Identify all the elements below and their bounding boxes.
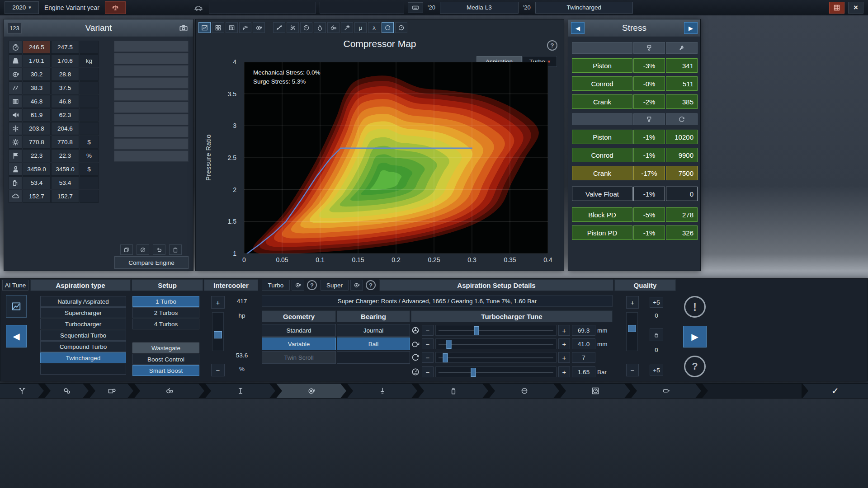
graph-view-button[interactable]	[6, 295, 27, 318]
tune-slider[interactable]	[435, 352, 557, 363]
tune-slider[interactable]	[435, 338, 557, 349]
help-circle-button[interactable]: ?	[684, 356, 706, 377]
nav-segment-valvetrain[interactable]	[347, 384, 417, 398]
geometry-variable[interactable]: Variable	[262, 338, 336, 350]
aspiration-type-turbocharger[interactable]: Turbocharger	[40, 319, 126, 329]
nav-segment-cam[interactable]	[134, 384, 204, 398]
undo-button[interactable]	[153, 244, 165, 255]
engine-year-dropdown[interactable]: 2020 ▾	[5, 1, 39, 14]
setup-count-4-turbos[interactable]: 4 Turbos	[132, 319, 199, 329]
gauge-tool-button[interactable]	[300, 22, 312, 33]
prev-arrow-button[interactable]: ◀	[571, 22, 585, 34]
name-field-1[interactable]	[209, 2, 316, 14]
aspiration-type-compound-turbo[interactable]: Compound Turbo	[40, 341, 126, 352]
variant-name-box[interactable]: Twincharged	[535, 2, 633, 14]
close-button[interactable]: ×	[848, 2, 863, 14]
boost-control-boost-control[interactable]: Boost Control	[132, 354, 199, 365]
nav-segment-fuel-system[interactable]	[489, 384, 559, 398]
boost-control-wastegate[interactable]: Wastegate	[132, 343, 199, 353]
back-button[interactable]: ◀	[6, 325, 27, 347]
slider-handle[interactable]	[471, 368, 476, 377]
rename-keyboard-button[interactable]	[408, 2, 423, 13]
scatter-tool-button[interactable]	[273, 22, 285, 33]
turbo-tool-button[interactable]	[253, 22, 265, 33]
next-arrow-button[interactable]: ▶	[684, 22, 698, 34]
intercooler-increase-button[interactable]: +	[211, 296, 225, 309]
tune-slider[interactable]	[435, 325, 557, 336]
quality-decrease-button[interactable]: −	[626, 364, 639, 376]
compare-engine-button[interactable]: Compare Engine	[114, 256, 189, 269]
slider-handle[interactable]	[443, 353, 448, 362]
slider-handle[interactable]	[628, 325, 636, 332]
tune-slider[interactable]	[435, 366, 557, 377]
grid-view-button[interactable]	[829, 2, 844, 14]
intercooler-decrease-button[interactable]: −	[211, 364, 225, 376]
copy-button[interactable]	[120, 244, 133, 255]
name-field-2[interactable]	[320, 2, 404, 14]
camera-icon[interactable]	[179, 23, 189, 33]
turbo-help-button[interactable]: ?	[307, 280, 317, 290]
tune-decrease-button[interactable]: −	[422, 366, 434, 377]
clear-button[interactable]	[137, 244, 149, 255]
nav-segment-dyno[interactable]	[560, 384, 630, 398]
geometry-standard[interactable]: Standard	[262, 324, 336, 337]
tab-turbo[interactable]: Turbo	[262, 280, 290, 291]
knock-tool-button[interactable]	[341, 22, 353, 33]
grid-view-tool-button[interactable]	[212, 22, 224, 33]
nav-segment-turbo[interactable]	[276, 384, 346, 398]
super-help-button[interactable]: ?	[366, 280, 376, 290]
ai-tune-button[interactable]: AI Tune	[2, 280, 28, 291]
tune-increase-button[interactable]: +	[558, 352, 570, 363]
quality-slider[interactable]	[626, 312, 638, 351]
tune-decrease-button[interactable]: −	[422, 325, 434, 336]
aspiration-type-naturally-aspirated[interactable]: Naturally Aspirated	[40, 296, 126, 307]
tab-super[interactable]: Super	[321, 280, 349, 291]
variant-id-badge[interactable]: 123	[7, 23, 22, 33]
tune-increase-button[interactable]: +	[558, 325, 570, 336]
intercooler-slider[interactable]	[212, 312, 224, 351]
lambda-tool-button[interactable]: λ	[368, 22, 380, 33]
tune-decrease-button[interactable]: −	[422, 338, 434, 349]
geometry-twin-scroll[interactable]: Twin Scroll	[262, 351, 336, 364]
nav-segment-fuel[interactable]	[418, 384, 488, 398]
family-name-box[interactable]: Media L3	[440, 2, 519, 14]
nav-segment-aspiration[interactable]	[90, 384, 133, 398]
boost-tool-button[interactable]	[395, 22, 407, 33]
turbo-tab-icon-button[interactable]	[292, 280, 304, 291]
quality-increase-button[interactable]: +	[626, 296, 639, 309]
aspiration-type-supercharger[interactable]: Supercharger	[40, 307, 126, 318]
paste-button[interactable]	[169, 244, 182, 255]
slider-handle[interactable]	[446, 340, 451, 349]
quality-lock-button[interactable]	[650, 328, 663, 341]
bearing-journal[interactable]: Journal	[337, 324, 410, 337]
boost-control-smart-boost[interactable]: Smart Boost	[132, 365, 199, 376]
droplet-tool-button[interactable]	[314, 22, 326, 33]
area-chart-tool-button[interactable]	[198, 22, 211, 33]
manifold-tool-button[interactable]	[239, 22, 251, 33]
nav-segment-conrod[interactable]	[205, 384, 275, 398]
aspiration-type-sequential-turbo[interactable]: Sequential Turbo	[40, 330, 126, 341]
confirm-check-button[interactable]: ✓	[802, 384, 868, 398]
nav-segment-intake[interactable]	[0, 384, 44, 398]
mu-tool-button[interactable]: μ	[354, 22, 367, 33]
aspiration-type-twincharged[interactable]: Twincharged	[40, 352, 126, 363]
bearing-ball[interactable]: Ball	[337, 338, 410, 350]
super-tab-icon-button[interactable]	[350, 280, 363, 291]
slider-handle[interactable]	[214, 331, 222, 338]
forward-button[interactable]: ▶	[683, 326, 707, 347]
fan-tool-button[interactable]	[287, 22, 299, 33]
tune-increase-button[interactable]: +	[558, 338, 570, 349]
tune-decrease-button[interactable]: −	[422, 352, 434, 363]
cam-tool-button[interactable]	[327, 22, 340, 33]
help-button[interactable]: ?	[547, 40, 557, 51]
rpm-tool-button[interactable]	[382, 22, 394, 33]
nav-segment-muffler[interactable]	[631, 384, 701, 398]
setup-count-1-turbo[interactable]: 1 Turbo	[132, 296, 199, 307]
warning-button[interactable]: !	[684, 296, 706, 318]
slider-handle[interactable]	[474, 326, 479, 335]
tune-increase-button[interactable]: +	[558, 366, 570, 377]
table-view-tool-button[interactable]	[226, 22, 238, 33]
setup-count-2-turbos[interactable]: 2 Turbos	[132, 307, 199, 318]
nav-segment-engine-parts[interactable]	[45, 384, 89, 398]
compare-scales-button[interactable]	[105, 1, 126, 14]
